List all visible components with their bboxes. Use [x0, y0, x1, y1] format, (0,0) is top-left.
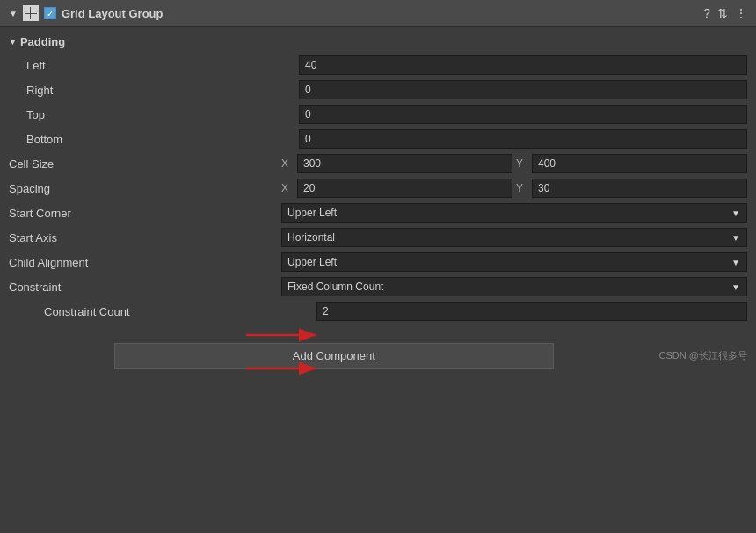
start-axis-row: Start Axis Horizontal Vertical	[0, 225, 756, 250]
constraint-count-input[interactable]	[316, 302, 747, 321]
spacing-row: Spacing X Y	[0, 176, 756, 201]
padding-right-input[interactable]	[299, 80, 747, 99]
cell-size-row: Cell Size X Y	[0, 151, 756, 176]
constraint-count-row: Constraint Count	[0, 299, 756, 324]
padding-bottom-row: Bottom	[0, 127, 756, 151]
enable-checkbox[interactable]: ✓	[44, 7, 56, 19]
constraint-select[interactable]: Flexible Fixed Column Count Fixed Row Co…	[281, 277, 747, 296]
component-header: ▼ ✓ Grid Layout Group ? ⇅ ⋮	[0, 0, 756, 27]
padding-top-input-wrapper	[299, 105, 747, 124]
cell-size-y-input[interactable]	[532, 154, 747, 173]
padding-top-label: Top	[26, 108, 299, 121]
cell-size-y-label: Y	[516, 157, 528, 170]
padding-collapse-icon: ▼	[9, 38, 17, 47]
constraint-label: Constraint	[9, 281, 281, 294]
padding-right-row: Right	[0, 77, 756, 102]
cell-size-x-label: X	[281, 157, 294, 170]
start-corner-select[interactable]: Upper Left Upper Right Lower Left Lower …	[281, 203, 747, 223]
padding-bottom-input[interactable]	[299, 129, 747, 149]
child-alignment-select[interactable]: Upper Left Upper Center Upper Right Midd…	[281, 252, 747, 272]
add-component-button[interactable]: Add Component	[114, 343, 554, 369]
help-icon[interactable]: ?	[703, 6, 710, 20]
constraint-select-wrapper: Flexible Fixed Column Count Fixed Row Co…	[281, 277, 747, 296]
spacing-x-label: X	[281, 182, 294, 194]
component-content: ▼ Padding Left Right Top Bottom	[0, 27, 756, 327]
spacing-inputs: X Y	[281, 179, 747, 198]
constraint-count-label: Constraint Count	[44, 305, 316, 318]
constraint-count-input-wrapper	[316, 302, 747, 321]
more-options-icon[interactable]: ⋮	[735, 6, 747, 20]
padding-right-label: Right	[26, 84, 299, 97]
header-actions: ? ⇅ ⋮	[703, 6, 747, 20]
padding-bottom-label: Bottom	[26, 133, 299, 146]
child-alignment-select-wrapper: Upper Left Upper Center Upper Right Midd…	[281, 252, 747, 272]
padding-label: Padding	[20, 35, 65, 48]
bottom-bar: Add Component CSDN @长江很多号	[0, 336, 756, 376]
grid-icon	[23, 5, 39, 21]
padding-top-row: Top	[0, 102, 756, 127]
start-axis-label: Start Axis	[9, 231, 281, 245]
padding-left-input[interactable]	[299, 55, 747, 75]
padding-right-input-wrapper	[299, 80, 747, 99]
start-axis-select[interactable]: Horizontal Vertical	[281, 228, 747, 247]
cell-size-inputs: X Y	[281, 154, 747, 173]
child-alignment-label: Child Alignment	[9, 256, 281, 269]
padding-left-label: Left	[26, 59, 299, 72]
padding-left-input-wrapper	[299, 55, 747, 75]
watermark-text: CSDN @长江很多号	[659, 349, 747, 362]
start-corner-select-wrapper: Upper Left Upper Right Lower Left Lower …	[281, 203, 747, 223]
grid-layout-panel: ▼ ✓ Grid Layout Group ? ⇅ ⋮	[0, 0, 756, 376]
cell-size-x-input[interactable]	[297, 154, 512, 173]
presets-icon[interactable]: ⇅	[717, 6, 728, 20]
collapse-arrow-icon[interactable]: ▼	[9, 9, 18, 18]
padding-left-row: Left	[0, 53, 756, 77]
padding-bottom-input-wrapper	[299, 129, 747, 149]
child-alignment-row: Child Alignment Upper Left Upper Center …	[0, 250, 756, 274]
start-axis-select-wrapper: Horizontal Vertical	[281, 228, 747, 247]
start-corner-row: Start Corner Upper Left Upper Right Lowe…	[0, 201, 756, 225]
spacing-label: Spacing	[9, 182, 281, 195]
padding-section-header[interactable]: ▼ Padding	[0, 31, 756, 53]
start-corner-label: Start Corner	[9, 207, 281, 220]
cell-size-label: Cell Size	[9, 157, 281, 171]
spacing-y-input[interactable]	[532, 179, 747, 198]
component-title: Grid Layout Group	[62, 7, 698, 20]
spacing-x-input[interactable]	[297, 179, 512, 198]
spacing-y-label: Y	[516, 182, 528, 194]
constraint-row: Constraint Flexible Fixed Column Count F…	[0, 274, 756, 299]
padding-top-input[interactable]	[299, 105, 747, 124]
